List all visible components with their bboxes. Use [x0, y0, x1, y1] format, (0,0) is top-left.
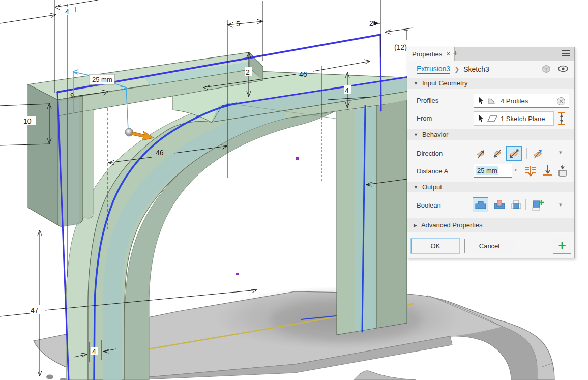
sketch-point	[296, 157, 299, 160]
profiles-label: Profiles	[417, 97, 438, 104]
boolean-more-caret[interactable]: ▾	[559, 201, 562, 208]
collapse-icon: ▼	[414, 132, 418, 137]
from-input[interactable]: 1 Sketch Plane	[474, 111, 554, 126]
flip-icon[interactable]	[556, 164, 569, 178]
tab-close-icon[interactable]: ×	[446, 50, 450, 58]
direction-label: Direction	[417, 150, 443, 157]
dim-label: 46	[156, 149, 164, 157]
tab-properties-label: Properties	[412, 50, 442, 58]
distance-label: Distance A	[417, 167, 448, 175]
direction-asymmetric-button[interactable]	[530, 146, 545, 161]
expand-icon: ▶	[414, 223, 417, 228]
section-output[interactable]: ▼ Output	[407, 182, 574, 192]
collapse-icon: ▼	[414, 81, 418, 86]
menu-icon[interactable]	[562, 50, 570, 57]
dim-label: (12)	[394, 43, 407, 51]
direction-default-button[interactable]	[473, 146, 488, 161]
section-input-geometry[interactable]: ▼ Input Geometry	[407, 78, 574, 89]
visibility-eye-icon[interactable]	[557, 63, 569, 74]
boolean-cut-button[interactable]	[491, 197, 507, 212]
ok-button[interactable]: OK	[411, 239, 459, 253]
distance-input[interactable]: 25 mm	[474, 164, 512, 178]
sketch-plane-icon	[487, 114, 498, 123]
from-label: From	[417, 114, 432, 122]
direction-symmetric-button[interactable]	[506, 146, 522, 161]
select-cursor-icon	[477, 114, 485, 123]
collapse-icon: ▼	[414, 185, 418, 190]
distance-value: 25 mm	[476, 166, 498, 175]
dim-label: 10	[23, 117, 32, 125]
profile-icon	[487, 96, 497, 105]
breadcrumb-sketch[interactable]: Sketch3	[463, 65, 489, 73]
clear-selection-icon[interactable]	[556, 97, 566, 106]
direction-reversed-button[interactable]	[489, 146, 505, 161]
select-cursor-icon	[477, 96, 485, 105]
dim-label: 2	[246, 68, 250, 76]
breadcrumb-extrusion[interactable]: Extrusion3	[417, 65, 450, 74]
separator	[526, 148, 527, 159]
section-advanced[interactable]: ▶ Advanced Properties	[407, 218, 574, 232]
section-label: Behavior	[422, 131, 448, 138]
profiles-value: 4 Profiles	[501, 97, 528, 105]
boolean-label: Boolean	[417, 201, 441, 209]
dim-label: 4	[345, 86, 349, 95]
separator	[525, 199, 526, 210]
solid-body-icon[interactable]	[541, 63, 552, 74]
direction-more-caret[interactable]: ▾	[559, 149, 562, 156]
boolean-join-button[interactable]	[473, 197, 488, 212]
distance-expand-caret[interactable]: ▸	[515, 167, 517, 172]
sketch-point	[236, 273, 239, 275]
tab-properties[interactable]: Properties ×	[407, 47, 455, 61]
breadcrumb: Extrusion3 ❯ Sketch3	[407, 61, 574, 77]
boolean-new-solid-button[interactable]	[530, 197, 545, 212]
tab-add-button[interactable]: +	[453, 48, 458, 59]
to-icon[interactable]	[541, 164, 555, 178]
cancel-button[interactable]: Cancel	[464, 239, 514, 253]
plate-hole	[60, 378, 67, 380]
from-value: 1 Sketch Plane	[501, 115, 545, 123]
section-label: Output	[422, 183, 442, 191]
dim-label: 47	[31, 306, 39, 314]
properties-panel: Properties × + Extrusion3 ❯ Sketch3 ▼ In…	[407, 47, 575, 258]
plate-hole	[46, 375, 53, 379]
to-next-icon[interactable]	[523, 164, 538, 178]
flip-direction-icon[interactable]	[556, 110, 567, 127]
section-label: Advanced Properties	[421, 221, 483, 229]
boolean-intersect-button[interactable]	[508, 197, 524, 212]
dim-label: 5	[236, 20, 240, 28]
section-label: Input Geometry	[422, 79, 468, 87]
svg-text:25 mm: 25 mm	[92, 76, 112, 83]
section-behavior[interactable]: ▼ Behavior	[407, 129, 574, 140]
distance-tooltip: 25 mm	[89, 74, 114, 84]
dim-label: 4	[92, 347, 96, 356]
app-window: 4 9 10 47 5 2 46 2 (12)	[0, 0, 588, 380]
add-feature-button[interactable]: +	[553, 238, 571, 254]
dim-label: 2	[369, 19, 373, 27]
dim-label: 4	[65, 8, 69, 16]
breadcrumb-separator: ❯	[454, 66, 459, 73]
panel-tabbar: Properties × +	[407, 47, 574, 61]
profiles-input[interactable]: 4 Profiles	[474, 94, 569, 108]
dim-label: 46	[299, 70, 307, 78]
